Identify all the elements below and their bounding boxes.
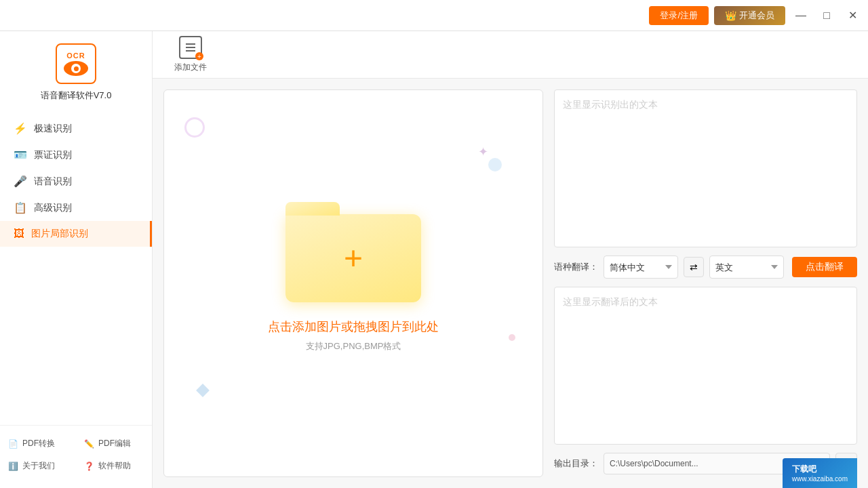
- sidebar-item-card-ocr[interactable]: 🪪 票证识别: [0, 142, 152, 168]
- sidebar-item-about[interactable]: ℹ️ 关于我们: [0, 455, 76, 477]
- right-panel: 这里显示识别出的文本 语种翻译： 简体中文 繁体中文 英文 日文 ⇄ 英文 简体…: [554, 79, 868, 488]
- target-language-select[interactable]: 英文 简体中文 日文: [709, 256, 784, 279]
- translated-result-panel[interactable]: 这里显示翻译后的文本: [554, 287, 857, 445]
- sidebar-nav: ⚡ 极速识别 🪪 票证识别 🎤 语音识别 📋 高级识别 🖼 图片局部识别: [0, 110, 152, 425]
- sidebar-item-voice-ocr[interactable]: 🎤 语音识别: [0, 168, 152, 195]
- vip-label: 开通会员: [739, 9, 774, 22]
- minimize-button[interactable]: —: [791, 5, 811, 26]
- plus-badge: +: [195, 52, 203, 60]
- sidebar-item-label: 语音识别: [34, 176, 72, 188]
- swap-language-button[interactable]: ⇄: [684, 257, 704, 277]
- sidebar-item-label: 票证识别: [34, 149, 72, 161]
- close-button[interactable]: ✕: [842, 5, 863, 26]
- sidebar-item-label: 极速识别: [34, 123, 72, 135]
- work-area: ✦ + 点击添加图片或拖拽图片到此处 支持JPG,PNG,BMP格式 这: [153, 79, 868, 488]
- titlebar-controls: 登录/注册 👑 开通会员 — □ ✕: [649, 5, 868, 26]
- content-area: + 添加文件 ✦ +: [153, 31, 868, 488]
- footer-item-label: PDF转换: [22, 438, 55, 449]
- translate-button[interactable]: 点击翻译: [792, 257, 857, 277]
- toolbar: + 添加文件: [153, 31, 868, 79]
- help-icon: ❓: [84, 462, 94, 471]
- sidebar-item-help[interactable]: ❓ 软件帮助: [76, 455, 152, 477]
- footer-item-label: 关于我们: [22, 460, 55, 472]
- footer-item-label: PDF编辑: [98, 438, 131, 449]
- main-layout: OCR 语音翻译软件V7.0 ⚡ 极速识别 🪪 票证识别: [0, 31, 868, 488]
- watermark: 下载吧 www.xiazaiba.com: [783, 458, 857, 488]
- translated-placeholder: 这里显示翻译后的文本: [563, 296, 658, 307]
- add-file-label: 添加文件: [174, 62, 207, 73]
- login-button[interactable]: 登录/注册: [649, 6, 709, 25]
- sidebar-item-pdf-edit[interactable]: ✏️ PDF编辑: [76, 432, 152, 455]
- microphone-icon: 🎤: [14, 175, 27, 188]
- titlebar: 登录/注册 👑 开通会员 — □ ✕: [0, 0, 868, 31]
- pdf-edit-icon: ✏️: [84, 439, 94, 449]
- add-file-button[interactable]: + 添加文件: [166, 32, 215, 77]
- sidebar-footer: 📄 PDF转换 ✏️ PDF编辑 ℹ️ 关于我们 ❓ 软件帮助: [0, 425, 152, 488]
- app-logo: OCR: [56, 43, 96, 84]
- drop-main-text: 点击添加图片或拖拽图片到此处: [268, 319, 439, 335]
- translation-bar: 语种翻译： 简体中文 繁体中文 英文 日文 ⇄ 英文 简体中文 日文 点击翻译: [554, 256, 857, 279]
- sidebar: OCR 语音翻译软件V7.0 ⚡ 极速识别 🪪 票证识别: [0, 31, 153, 488]
- about-icon: ℹ️: [8, 462, 18, 471]
- sidebar-logo: OCR 语音翻译软件V7.0: [0, 31, 152, 110]
- app-name: 语音翻译软件V7.0: [41, 89, 112, 102]
- right-bottom-area: 输出目录： C:\Users\pc\Document... ··· 下载吧 ww…: [554, 453, 857, 488]
- drop-sub-text: 支持JPG,PNG,BMP格式: [306, 340, 401, 352]
- folder-icon: +: [285, 214, 421, 302]
- sidebar-item-label: 高级识别: [34, 202, 72, 214]
- document-icon: 📋: [14, 201, 27, 214]
- sidebar-item-pdf-convert[interactable]: 📄 PDF转换: [0, 432, 76, 455]
- sidebar-item-label: 图片局部识别: [31, 228, 88, 240]
- lightning-icon: ⚡: [14, 122, 27, 135]
- sidebar-item-local-ocr[interactable]: 🖼 图片局部识别: [0, 221, 152, 247]
- crown-icon: 👑: [725, 10, 736, 21]
- vip-button[interactable]: 👑 开通会员: [714, 6, 785, 25]
- source-language-select[interactable]: 简体中文 繁体中文 英文 日文: [604, 256, 678, 279]
- maximize-button[interactable]: □: [816, 5, 837, 26]
- pdf-convert-icon: 📄: [8, 439, 18, 449]
- ocr-result-panel[interactable]: 这里显示识别出的文本: [554, 89, 857, 247]
- footer-item-label: 软件帮助: [98, 460, 131, 472]
- sidebar-item-advanced-ocr[interactable]: 📋 高级识别: [0, 195, 152, 221]
- add-file-icon: +: [179, 36, 202, 59]
- card-icon: 🪪: [14, 148, 27, 161]
- image-icon: 🖼: [14, 228, 24, 240]
- output-label: 输出目录：: [554, 458, 598, 470]
- output-path-text: C:\Users\pc\Document...: [610, 459, 698, 468]
- drop-zone[interactable]: ✦ + 点击添加图片或拖拽图片到此处 支持JPG,PNG,BMP格式: [163, 89, 543, 477]
- translation-label: 语种翻译：: [554, 261, 598, 273]
- sidebar-item-fast-ocr[interactable]: ⚡ 极速识别: [0, 115, 152, 142]
- ocr-placeholder: 这里显示识别出的文本: [563, 99, 658, 110]
